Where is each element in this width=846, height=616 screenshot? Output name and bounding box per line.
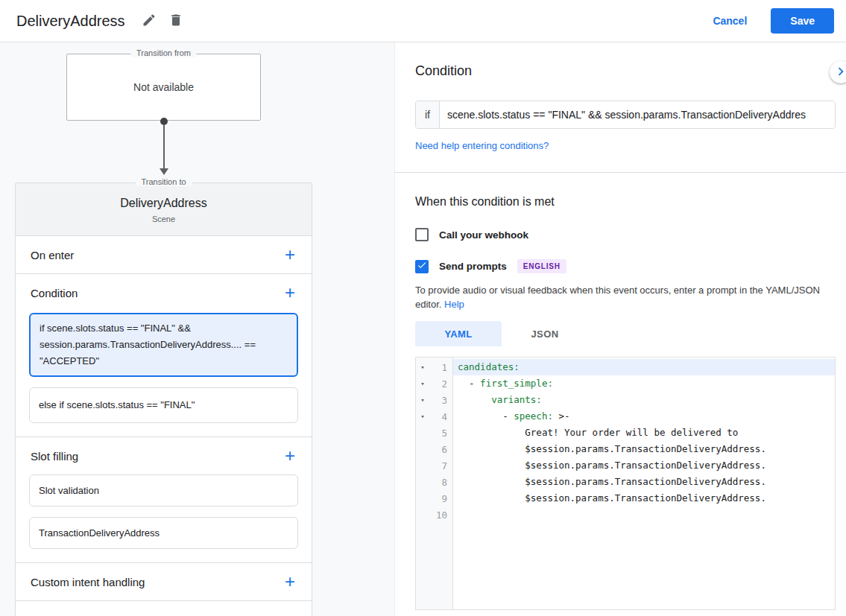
condition-item-selected[interactable]: if scene.slots.status == "FINAL" && sess… bbox=[29, 313, 298, 377]
condition-if-prefix: if bbox=[416, 101, 440, 128]
code-area[interactable]: candidates: - first_simple: variants: - … bbox=[453, 358, 835, 609]
scene-name: DeliveryAddress bbox=[16, 197, 312, 210]
scene-type-label: Scene bbox=[16, 215, 312, 223]
webhook-row: Call your webhook bbox=[415, 228, 836, 241]
condition-section-row: Condition + bbox=[16, 274, 312, 311]
scene-card-header: DeliveryAddress Scene bbox=[16, 183, 312, 236]
delete-scene-button[interactable] bbox=[164, 8, 188, 34]
editor-tabs: YAML JSON bbox=[415, 321, 836, 346]
condition-input[interactable] bbox=[440, 101, 835, 128]
tab-json[interactable]: JSON bbox=[502, 321, 588, 346]
add-condition-button[interactable]: + bbox=[283, 286, 297, 299]
add-custom-intent-button[interactable]: + bbox=[283, 575, 297, 588]
line-number: 2 bbox=[429, 378, 452, 390]
save-button[interactable]: Save bbox=[771, 8, 834, 34]
scene-card: Transition to DeliveryAddress Scene On e… bbox=[15, 182, 312, 616]
slot-item[interactable]: TransactionDeliveryAddress bbox=[29, 517, 298, 549]
chevron-right-icon bbox=[833, 63, 846, 82]
custom-intent-row: Custom intent handling + bbox=[16, 563, 312, 600]
help-link[interactable]: Help bbox=[444, 299, 464, 310]
page-title: DeliveryAddress bbox=[16, 13, 125, 30]
arrow-down-icon bbox=[160, 168, 168, 175]
transition-from-box: Transition from Not available bbox=[66, 54, 261, 121]
code-line[interactable]: - speech: >- bbox=[453, 408, 835, 425]
connector-line bbox=[163, 124, 165, 169]
webhook-checkbox[interactable] bbox=[415, 228, 429, 241]
transition-from-value: Not available bbox=[67, 54, 260, 120]
top-bar-actions: Cancel Save bbox=[705, 8, 834, 34]
code-line[interactable]: $session.params.TransactionDeliveryAddre… bbox=[453, 490, 835, 507]
send-prompts-row: Send prompts ENGLISH bbox=[415, 259, 836, 273]
code-line[interactable]: - first_simple: bbox=[453, 375, 835, 392]
code-line[interactable]: Great! Your order will be delivered to bbox=[453, 425, 835, 441]
condition-panel: Condition if Need help entering conditio… bbox=[395, 42, 846, 616]
on-enter-row: On enter + bbox=[16, 236, 312, 273]
add-on-enter-button[interactable]: + bbox=[283, 248, 297, 261]
fold-toggle-icon[interactable]: ▾ bbox=[416, 413, 429, 420]
line-number: 10 bbox=[429, 509, 452, 521]
line-number: 1 bbox=[429, 362, 452, 373]
line-number: 7 bbox=[429, 460, 452, 471]
prompt-editor-description: To provide audio or visual feedback when… bbox=[415, 283, 833, 311]
send-prompts-checkbox[interactable] bbox=[415, 260, 429, 273]
when-condition-title: When this condition is met bbox=[415, 195, 836, 209]
collapse-panel-button[interactable] bbox=[830, 61, 846, 83]
code-line[interactable] bbox=[453, 507, 835, 523]
top-bar: DeliveryAddress Cancel Save bbox=[0, 0, 846, 42]
trash-icon bbox=[168, 13, 183, 30]
description-text: To provide audio or visual feedback when… bbox=[415, 285, 820, 310]
tab-yaml[interactable]: YAML bbox=[415, 321, 502, 346]
editor-gutter: ▾1▾2▾3▾45678910 bbox=[416, 358, 453, 609]
custom-intent-label: Custom intent handling bbox=[31, 576, 145, 588]
slot-filling-row: Slot filling + bbox=[16, 437, 312, 474]
on-enter-label: On enter bbox=[31, 249, 74, 261]
fold-toggle-icon[interactable]: ▾ bbox=[416, 396, 429, 404]
condition-item[interactable]: else if scene.slots.status == "FINAL" bbox=[29, 387, 298, 423]
panel-title: Condition bbox=[415, 42, 836, 79]
transition-from-label: Transition from bbox=[130, 48, 197, 57]
line-number: 4 bbox=[429, 411, 452, 422]
section-divider bbox=[16, 600, 312, 601]
condition-help-link[interactable]: Need help entering conditions? bbox=[415, 140, 549, 151]
slot-filling-label: Slot filling bbox=[31, 450, 78, 463]
line-number: 9 bbox=[429, 493, 452, 504]
pencil-icon bbox=[142, 13, 157, 30]
line-number: 3 bbox=[429, 395, 452, 406]
line-number: 5 bbox=[429, 428, 452, 439]
top-bar-left: DeliveryAddress bbox=[16, 8, 189, 34]
line-number: 6 bbox=[429, 444, 452, 455]
webhook-label: Call your webhook bbox=[439, 229, 528, 241]
slot-item[interactable]: Slot validation bbox=[29, 474, 298, 507]
code-line[interactable]: variants: bbox=[453, 392, 835, 408]
condition-section-label: Condition bbox=[31, 287, 78, 299]
condition-expression-row: if bbox=[415, 101, 836, 129]
yaml-editor[interactable]: ▾1▾2▾3▾45678910 candidates: - first_simp… bbox=[415, 357, 836, 610]
transition-to-label: Transition to bbox=[135, 177, 192, 186]
scene-canvas: Transition from Not available Transition… bbox=[0, 42, 395, 616]
code-line[interactable]: $session.params.TransactionDeliveryAddre… bbox=[453, 441, 835, 457]
send-prompts-label: Send prompts bbox=[439, 261, 507, 272]
code-line[interactable]: candidates: bbox=[453, 359, 835, 375]
line-number: 8 bbox=[429, 477, 452, 488]
check-icon bbox=[417, 260, 427, 273]
edit-title-button[interactable] bbox=[137, 8, 161, 34]
fold-toggle-icon[interactable]: ▾ bbox=[416, 363, 429, 371]
code-line[interactable]: $session.params.TransactionDeliveryAddre… bbox=[453, 457, 835, 474]
fold-toggle-icon[interactable]: ▾ bbox=[416, 380, 429, 387]
code-line[interactable]: $session.params.TransactionDeliveryAddre… bbox=[453, 474, 835, 490]
cancel-button[interactable]: Cancel bbox=[705, 9, 754, 33]
main-content: Transition from Not available Transition… bbox=[0, 42, 846, 616]
language-badge: ENGLISH bbox=[517, 259, 566, 273]
add-slot-button[interactable]: + bbox=[283, 449, 297, 463]
panel-divider bbox=[395, 172, 846, 173]
